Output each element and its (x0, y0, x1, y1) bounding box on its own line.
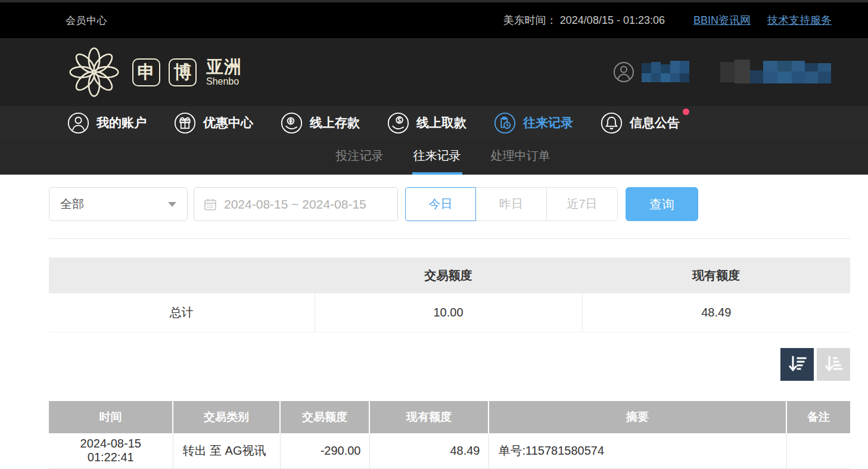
category-select-value: 全部 (60, 196, 84, 212)
header: 申 博 亚洲 Shenbo (0, 38, 868, 106)
records-header-summary: 摘要 (489, 401, 786, 433)
last-7-days-button[interactable]: 近7日 (547, 187, 618, 221)
calendar-icon (204, 198, 217, 211)
tab-processing-orders[interactable]: 处理中订单 (490, 139, 552, 175)
summary-current-balance: 48.49 (582, 293, 850, 332)
site-logo[interactable]: 申 博 亚洲 Shenbo (64, 44, 242, 101)
deposit-icon (281, 112, 303, 134)
nav-item-announcements[interactable]: 信息公告 (601, 112, 680, 134)
records-header-type: 交易类别 (173, 401, 280, 433)
nav-item-deposit[interactable]: 线上存款 (281, 112, 360, 134)
filter-row: 全部 2024-08-15 ~ 2024-08-15 今日 昨日 近7日 (49, 187, 850, 221)
sort-descending-icon (787, 354, 807, 374)
redacted-username (642, 61, 689, 83)
avatar-icon (613, 61, 634, 83)
main-nav: 我的账户 优惠中心 线上存款 (0, 106, 868, 139)
summary-header-transaction-amount: 交易额度 (315, 257, 582, 293)
record-time: 2024-08-15 01:22:41 (49, 433, 173, 469)
chevron-down-icon (168, 202, 176, 207)
records-header-balance: 现有额度 (369, 401, 489, 433)
eastern-time-label: 美东时间： 2024/08/15 - 01:23:06 (503, 13, 665, 27)
nav-label: 我的账户 (97, 114, 147, 131)
nav-item-promotions[interactable]: 优惠中心 (174, 112, 253, 134)
topbar: 会员中心 美东时间： 2024/08/15 - 01:23:06 BBIN资讯网… (0, 0, 868, 38)
tab-label: 处理中订单 (491, 148, 550, 164)
nav-label: 信息公告 (630, 114, 680, 131)
today-button[interactable]: 今日 (405, 187, 476, 221)
sort-ascending-icon (823, 354, 844, 374)
nav-label: 往来记录 (523, 114, 573, 131)
record-balance: 48.49 (369, 433, 489, 469)
yesterday-button[interactable]: 昨日 (476, 187, 547, 221)
summary-total-label: 总计 (49, 293, 315, 332)
summary-transaction-amount: 10.00 (315, 293, 582, 332)
records-header-time: 时间 (49, 401, 173, 433)
user-icon (67, 112, 89, 134)
flower-logo-icon (64, 44, 124, 101)
summary-header-empty (49, 257, 315, 293)
quick-date-buttons: 今日 昨日 近7日 (405, 187, 618, 221)
nav-label: 线上存款 (310, 114, 360, 131)
redacted-balance (720, 60, 831, 85)
sort-ascending-button[interactable] (817, 348, 850, 381)
record-remark (786, 433, 850, 469)
category-select[interactable]: 全部 (49, 187, 188, 221)
sub-nav: 投注记录 往来记录 处理中订单 (0, 139, 868, 175)
record-type: 转出 至 AG视讯 (173, 433, 280, 469)
page-title: 会员中心 (66, 14, 107, 27)
page: 会员中心 美东时间： 2024/08/15 - 01:23:06 BBIN资讯网… (0, 0, 868, 469)
records-table: 时间 交易类别 交易额度 现有额度 摘要 备注 2024-08-15 01:22… (49, 401, 850, 469)
tab-label: 投注记录 (336, 148, 384, 164)
gift-icon (174, 112, 196, 134)
section-divider (49, 238, 850, 239)
logo-char-shen: 申 (132, 58, 160, 86)
notification-badge-dot (683, 108, 689, 115)
tab-label: 往来记录 (413, 148, 461, 164)
user-info (613, 60, 831, 85)
query-button[interactable]: 查询 (626, 187, 698, 221)
nav-label: 线上取款 (416, 114, 466, 131)
bell-icon (601, 112, 623, 134)
nav-item-my-account[interactable]: 我的账户 (67, 112, 147, 134)
tab-betting-records[interactable]: 投注记录 (335, 139, 385, 175)
nav-item-transfer-records[interactable]: 往来记录 (494, 112, 573, 134)
link-bbin-news[interactable]: BBIN资讯网 (693, 13, 751, 27)
summary-total-row: 总计 10.00 48.49 (49, 293, 850, 332)
content: 全部 2024-08-15 ~ 2024-08-15 今日 昨日 近7日 (49, 187, 850, 469)
sort-descending-button[interactable] (780, 348, 814, 381)
link-tech-support[interactable]: 技术支持服务 (767, 13, 832, 27)
topbar-right: 美东时间： 2024/08/15 - 01:23:06 BBIN资讯网 技术支持… (503, 13, 832, 27)
nav-item-withdraw[interactable]: 线上取款 (387, 112, 466, 134)
date-range-value: 2024-08-15 ~ 2024-08-15 (224, 197, 366, 212)
logo-subtitle: Shenbo (206, 77, 242, 86)
records-header-row: 时间 交易类别 交易额度 现有额度 摘要 备注 (49, 401, 850, 433)
date-range-input[interactable]: 2024-08-15 ~ 2024-08-15 (194, 187, 398, 221)
transfer-records-icon (494, 112, 516, 134)
table-row: 2024-08-15 01:22:41 转出 至 AG视讯 -290.00 48… (49, 433, 850, 469)
summary-header-current-balance: 现有额度 (582, 257, 850, 293)
logo-wordmark: 亚洲 Shenbo (206, 58, 242, 86)
record-amount: -290.00 (280, 433, 369, 469)
logo-region-label: 亚洲 (206, 58, 242, 76)
sort-controls (49, 348, 850, 381)
nav-label: 优惠中心 (203, 114, 253, 131)
logo-char-bo: 博 (169, 58, 197, 86)
summary-table: 交易额度 现有额度 总计 10.00 48.49 (49, 257, 850, 333)
summary-header-row: 交易额度 现有额度 (49, 257, 850, 293)
records-header-remark: 备注 (786, 401, 850, 433)
record-summary: 单号:115781580574 (489, 433, 786, 469)
withdraw-icon (387, 112, 409, 134)
tab-transfer-records[interactable]: 往来记录 (412, 139, 462, 175)
records-header-amount: 交易额度 (280, 401, 369, 433)
